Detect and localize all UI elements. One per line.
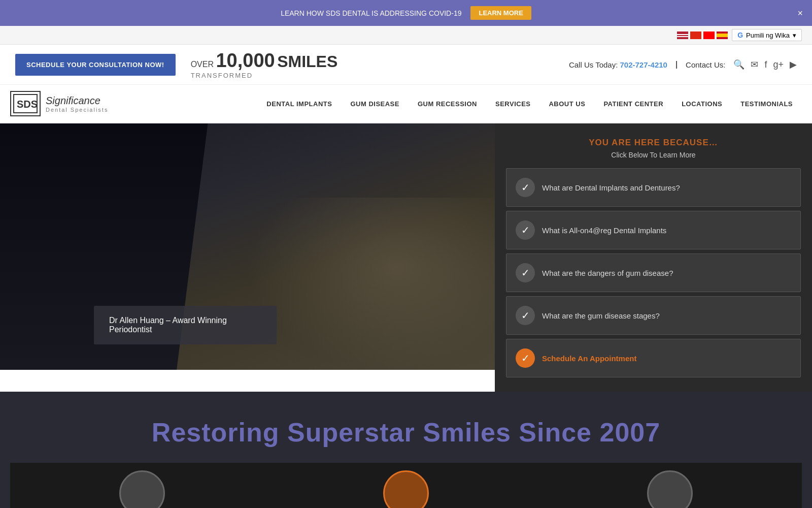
svg-text:SDS: SDS <box>17 99 38 110</box>
bottom-card-3 <box>538 463 802 508</box>
flag-tw-icon[interactable] <box>703 31 715 39</box>
language-bar: G Pumili ng Wika ▾ <box>0 26 812 45</box>
nav-item-about-us[interactable]: ABOUT US <box>539 90 594 118</box>
smiles-number: 10,000 <box>216 50 275 71</box>
card-circle-2 <box>383 470 429 508</box>
logo-svg: SDS <box>13 93 38 114</box>
nav-item-patient-center[interactable]: PATIENT CENTER <box>594 90 672 118</box>
googleplus-icon[interactable]: g+ <box>773 59 784 70</box>
main-nav: SDS Significance Dental Specialists DENT… <box>0 85 812 123</box>
translate-label: Pumili ng Wika <box>746 31 790 39</box>
bottom-tagline: Restoring Superstar Smiles Since 2007 <box>10 417 802 448</box>
bottom-cards <box>10 453 802 508</box>
mail-icon[interactable]: ✉ <box>751 59 758 70</box>
sidebar-item-text-1: What are Dental Implants and Dentures? <box>542 183 680 192</box>
checkmark-icon-5: ✓ <box>516 348 535 368</box>
contact-label: Contact Us: <box>686 60 725 69</box>
flag-us-icon[interactable] <box>677 31 688 39</box>
flag-icons <box>677 31 728 39</box>
card-circle-3 <box>647 470 693 508</box>
youtube-icon[interactable]: ▶ <box>790 59 797 70</box>
call-info: Call Us Today: 702-727-4210 <box>569 60 667 69</box>
sidebar-item-text-5: Schedule An Appointment <box>542 354 636 363</box>
nav-items: DENTAL IMPLANTS GUM DISEASE GUM RECESSIO… <box>128 90 802 118</box>
checkmark-icon-4: ✓ <box>516 306 535 325</box>
sidebar-heading: YOU ARE HERE BECAUSE… <box>506 138 801 148</box>
banner-message: LEARN HOW SDS DENTAL IS ADDRESSING COVID… <box>281 9 461 17</box>
sidebar-item-text-4: What are the gum disease stages? <box>542 311 660 320</box>
learn-more-button[interactable]: LEARN MORE <box>470 6 531 20</box>
checkmark-icon-1: ✓ <box>516 178 535 197</box>
nav-item-services[interactable]: SERVICES <box>486 90 540 118</box>
sidebar-item-gum-disease-stages[interactable]: ✓ What are the gum disease stages? <box>506 296 801 335</box>
nav-item-locations[interactable]: LOCATIONS <box>672 90 731 118</box>
nav-item-gum-recession[interactable]: GUM RECESSION <box>409 90 486 118</box>
flag-cn-icon[interactable] <box>690 31 701 39</box>
hero-caption: Dr Allen Huang – Award Winning Periodont… <box>94 306 277 344</box>
phone-number[interactable]: 702-727-4210 <box>620 60 667 69</box>
smiles-transformed: TRANSFORMED <box>191 72 338 79</box>
sidebar-subheading: Click Below To Learn More <box>506 151 801 159</box>
translate-chevron-icon: ▾ <box>793 31 796 39</box>
sidebar-item-text-3: What are the dangers of gum disease? <box>542 269 673 277</box>
search-icon[interactable]: 🔍 <box>733 59 745 70</box>
main-content: Dr Allen Huang – Award Winning Periodont… <box>0 123 812 392</box>
nav-item-testimonials[interactable]: TESTIMONIALS <box>731 90 802 118</box>
hero-caption-text: Dr Allen Huang – Award Winning Periodont… <box>109 316 227 334</box>
separator: | <box>675 60 678 69</box>
sidebar-item-gum-disease-dangers[interactable]: ✓ What are the dangers of gum disease? <box>506 253 801 292</box>
logo-area: SDS Significance Dental Specialists <box>10 85 108 122</box>
logo-icon: SDS <box>10 91 41 116</box>
close-banner-button[interactable]: × <box>797 8 803 18</box>
smiles-stat: OVER 10,000 SMILES TRANSFORMED <box>191 50 338 79</box>
bottom-card-2 <box>274 463 538 508</box>
sidebar-item-schedule-appointment[interactable]: ✓ Schedule An Appointment <box>506 339 801 377</box>
logo[interactable]: SDS Significance Dental Specialists <box>10 91 108 116</box>
header-right: Call Us Today: 702-727-4210 | Contact Us… <box>569 59 797 70</box>
header-left: SCHEDULE YOUR CONSULTATION NOW! OVER 10,… <box>15 50 337 79</box>
sidebar-item-dental-implants-dentures[interactable]: ✓ What are Dental Implants and Dentures? <box>506 168 801 207</box>
sidebar-item-all-on-4[interactable]: ✓ What is All-on4@reg Dental Implants <box>506 211 801 249</box>
nav-item-gum-disease[interactable]: GUM DISEASE <box>341 90 409 118</box>
facebook-icon[interactable]: f <box>764 59 767 70</box>
top-banner: LEARN HOW SDS DENTAL IS ADDRESSING COVID… <box>0 0 812 26</box>
logo-name: Significance <box>46 95 100 106</box>
logo-text-area: Significance Dental Specialists <box>46 95 108 113</box>
checkmark-icon-2: ✓ <box>516 220 535 240</box>
schedule-consultation-button[interactable]: SCHEDULE YOUR CONSULTATION NOW! <box>15 54 176 76</box>
sidebar-item-text-2: What is All-on4@reg Dental Implants <box>542 226 666 235</box>
hero-section: Dr Allen Huang – Award Winning Periodont… <box>0 123 495 370</box>
google-translate-widget[interactable]: G Pumili ng Wika ▾ <box>732 29 802 41</box>
call-label: Call Us Today: <box>569 60 618 69</box>
checkmark-icon-3: ✓ <box>516 263 535 282</box>
google-logo: G <box>737 31 743 39</box>
smiles-prefix: OVER <box>191 60 214 69</box>
nav-item-dental-implants[interactable]: DENTAL IMPLANTS <box>257 90 341 118</box>
social-icons: 🔍 ✉ f g+ ▶ <box>733 59 797 70</box>
bottom-section: Restoring Superstar Smiles Since 2007 <box>0 392 812 508</box>
sidebar: YOU ARE HERE BECAUSE… Click Below To Lea… <box>495 123 812 392</box>
flag-es-icon[interactable] <box>717 31 728 39</box>
smiles-word: SMILES <box>277 52 337 71</box>
site-header: SCHEDULE YOUR CONSULTATION NOW! OVER 10,… <box>0 45 812 85</box>
card-circle-1 <box>119 470 165 508</box>
bottom-card-1 <box>10 463 274 508</box>
logo-dental-specialists: Dental Specialists <box>46 107 108 113</box>
